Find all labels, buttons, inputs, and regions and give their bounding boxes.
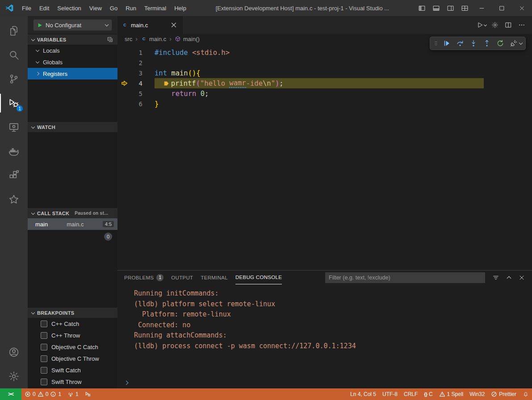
code-line-content[interactable]: return 0;	[155, 88, 532, 99]
breakpoints-section-header[interactable]: BREAKPOINTS	[28, 307, 117, 318]
menu-go[interactable]: Go	[106, 0, 121, 16]
menu-view[interactable]: View	[85, 0, 106, 16]
code-line-content[interactable]	[155, 58, 532, 68]
maximize-panel-button[interactable]	[503, 272, 515, 283]
code-line-content[interactable]: int main(){	[155, 68, 532, 78]
breakpoint-gutter[interactable]	[117, 79, 131, 87]
code-line[interactable]: 3int main(){	[117, 68, 532, 78]
breakpoint-row[interactable]: Swift Catch	[28, 364, 117, 376]
breadcrumb-item[interactable]: Cmain.c	[141, 36, 166, 42]
breakpoint-checkbox[interactable]	[41, 332, 47, 339]
spell-checker-status[interactable]: 1 Spell	[436, 388, 467, 400]
menu-run[interactable]: Run	[121, 0, 140, 16]
breakpoint-checkbox[interactable]	[41, 367, 47, 374]
menu-terminal[interactable]: Terminal	[140, 0, 170, 16]
toggle-secondary-sidebar-button[interactable]	[443, 0, 457, 16]
filter-button[interactable]	[490, 272, 502, 283]
code-line[interactable]: 5 return 0;	[117, 88, 532, 99]
activity-remote-explorer[interactable]	[0, 115, 28, 139]
remote-indicator[interactable]: ><	[0, 388, 21, 400]
toolbar-drag-handle[interactable]	[432, 38, 440, 49]
menu-file[interactable]: File	[18, 0, 35, 16]
call-stack-section-header[interactable]: CALL STACK Paused on st...	[28, 208, 117, 218]
launch-config-dropdown[interactable]: No Configurat	[33, 19, 112, 31]
breakpoint-checkbox[interactable]	[41, 355, 47, 362]
restart-button[interactable]	[494, 38, 507, 49]
split-editor-button[interactable]	[502, 19, 514, 31]
code-line[interactable]: 4 printf("hello wamr-ide\n");	[117, 78, 532, 88]
breakpoint-row[interactable]: C++ Catch	[28, 318, 117, 329]
more-actions-button[interactable]	[515, 19, 528, 31]
debug-status[interactable]	[82, 388, 94, 400]
activity-run-and-debug[interactable]: 1	[0, 91, 28, 115]
menu-edit[interactable]: Edit	[35, 0, 53, 16]
step-out-button[interactable]	[481, 38, 493, 49]
close-panel-button[interactable]	[516, 272, 528, 283]
activity-accounts[interactable]	[0, 340, 28, 364]
activity-search[interactable]	[0, 43, 28, 67]
breakpoint-checkbox[interactable]	[41, 379, 47, 385]
step-out-icon	[483, 39, 491, 47]
activity-extensions[interactable]	[0, 163, 28, 188]
code-line[interactable]: 2	[117, 58, 532, 68]
panel-tab-debug-console[interactable]: DEBUG CONSOLE	[235, 271, 282, 284]
filter-icon	[492, 274, 499, 281]
collapse-all-icon[interactable]	[107, 36, 113, 43]
breakpoint-row[interactable]: Objective C Catch	[28, 341, 117, 353]
tab-main-c[interactable]: C main.c	[117, 16, 183, 34]
maximize-button[interactable]	[492, 0, 512, 16]
variables-item-locals[interactable]: Locals	[28, 45, 117, 56]
breakpoint-row[interactable]: Objective C Throw	[28, 353, 117, 364]
tab-close-icon[interactable]	[170, 21, 178, 29]
menu-selection[interactable]: Selection	[53, 0, 85, 16]
formatter-status[interactable]: Prettier	[488, 388, 519, 400]
cursor-position[interactable]: Ln 4, Col 5	[347, 388, 379, 400]
code-editor[interactable]: 1#include <stdio.h>23int main(){4 printf…	[117, 44, 532, 270]
debug-console-input[interactable]	[117, 377, 532, 388]
activity-docker[interactable]	[0, 139, 28, 163]
console-filter-input[interactable]	[325, 272, 485, 283]
code-line-content[interactable]: printf("hello wamr-ide\n");	[155, 78, 532, 88]
editor-settings-button[interactable]	[489, 19, 501, 31]
close-button[interactable]	[512, 0, 532, 16]
breakpoint-checkbox[interactable]	[41, 344, 47, 350]
code-line[interactable]: 6}	[117, 99, 532, 109]
toggle-panel-button[interactable]	[429, 0, 443, 16]
customize-layout-button[interactable]	[457, 0, 472, 16]
variables-section-header[interactable]: VARIABLES	[28, 34, 117, 45]
platform-indicator[interactable]: Win32	[466, 388, 488, 400]
breadcrumb-item[interactable]: main()	[175, 36, 200, 42]
menu-help[interactable]: Help	[170, 0, 190, 16]
breakpoint-checkbox[interactable]	[41, 321, 47, 327]
breakpoint-row[interactable]: C++ Throw	[28, 329, 117, 341]
continue-button[interactable]	[440, 38, 453, 49]
variables-item-globals[interactable]: Globals	[28, 56, 117, 68]
panel-tab-terminal[interactable]: TERMINAL	[201, 271, 228, 284]
problems-status[interactable]: 0 0 1	[21, 388, 64, 400]
encoding-indicator[interactable]: UTF-8	[379, 388, 401, 400]
eol-indicator[interactable]: CRLF	[401, 388, 421, 400]
disconnect-button[interactable]	[507, 38, 520, 49]
panel-tab-output[interactable]: OUTPUT	[171, 271, 193, 284]
step-over-button[interactable]	[454, 38, 466, 49]
watch-section-header[interactable]: WATCH	[28, 121, 117, 132]
activity-source-control[interactable]	[0, 67, 28, 91]
status-bar: >< 0 0 1 1 Ln 4, Col 5 UTF-8 CRLF {} C	[0, 388, 532, 400]
variables-item-registers[interactable]: Registers	[28, 68, 117, 79]
breakpoint-row[interactable]: Swift Throw	[28, 376, 117, 388]
breadcrumb-item[interactable]: src	[125, 36, 132, 42]
language-mode[interactable]: {} C	[421, 388, 436, 400]
run-or-debug-button[interactable]	[475, 19, 487, 31]
activity-settings[interactable]	[0, 364, 28, 388]
panel-tab-problems[interactable]: PROBLEMS1	[124, 271, 163, 284]
toggle-sidebar-button[interactable]	[415, 0, 429, 16]
step-into-button[interactable]	[467, 38, 480, 49]
stack-frame-row[interactable]: main main.c 4:5	[28, 218, 117, 230]
code-line-content[interactable]: }	[155, 99, 532, 109]
activity-favorites[interactable]	[0, 188, 28, 212]
notifications-bell[interactable]	[519, 388, 532, 400]
ports-status[interactable]: 1	[64, 388, 82, 400]
minimize-button[interactable]	[472, 0, 492, 16]
activity-explorer[interactable]	[0, 19, 28, 43]
layout-customize-icon	[461, 4, 469, 12]
